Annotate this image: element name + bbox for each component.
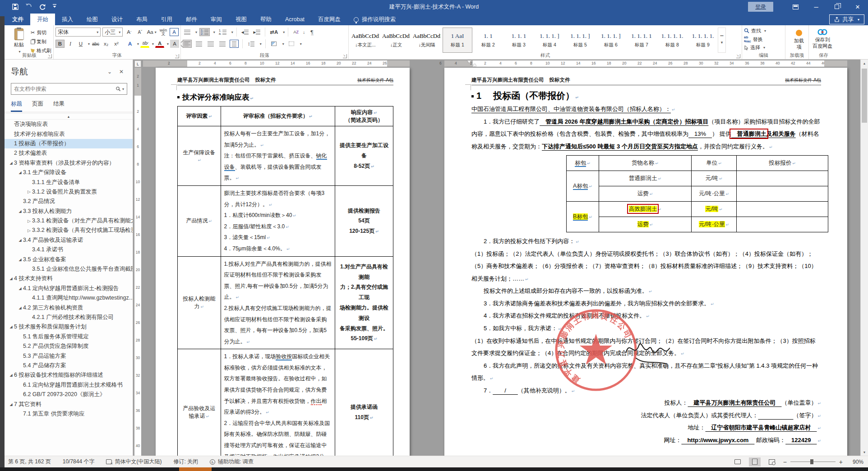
nav-tab-页面[interactable]: 页面: [32, 100, 43, 112]
search-icon[interactable]: [115, 86, 121, 92]
tab-引用[interactable]: 引用: [154, 14, 179, 25]
chevron-down-icon[interactable]: ▾: [231, 30, 233, 34]
line-spacing-button[interactable]: ↕: [246, 40, 256, 48]
evaluation-table[interactable]: 评审因素↵评审标准（招标文件要求）↵响应内容↵（简述及页码）生产保障设备↵投标人…: [177, 106, 393, 456]
tab-百度网盘[interactable]: 百度网盘: [311, 14, 347, 25]
left-indent-marker[interactable]: [473, 64, 476, 66]
strikethrough-button[interactable]: abc: [91, 40, 100, 48]
tab-Acrobat[interactable]: Acrobat: [278, 14, 311, 25]
expand-triangle-icon[interactable]: ▷: [26, 228, 32, 233]
phonetic-guide-button[interactable]: wén文: [159, 28, 168, 36]
tab-绘图[interactable]: 绘图: [80, 14, 105, 25]
nav-heading-item[interactable]: 6.2 GB/T 20973-2020《膨润土》: [5, 390, 133, 399]
decrease-indent-button[interactable]: ◂: [240, 28, 250, 36]
style-item[interactable]: 1. 1. 1. 1标题 7: [627, 28, 656, 53]
select-button[interactable]: 选择▾: [744, 43, 783, 52]
text-effects-button[interactable]: A: [125, 40, 134, 48]
nav-heading-item[interactable]: 5.4 产品储存方案: [5, 361, 133, 370]
nav-search-box[interactable]: ▾: [11, 83, 127, 95]
style-item[interactable]: AaBbCcDdE↓无间隔: [412, 28, 442, 53]
style-item[interactable]: 1. 1. 1. ]标题 5: [565, 28, 595, 53]
chevron-down-icon[interactable]: ▾: [300, 42, 302, 46]
nav-heading-item[interactable]: 3.4.1 承诺书: [5, 245, 133, 254]
customize-qat-icon[interactable]: [52, 3, 60, 10]
save-icon[interactable]: [12, 3, 19, 10]
tab-开始[interactable]: 开始: [30, 14, 55, 25]
tab-视图[interactable]: 视图: [229, 14, 254, 25]
nav-heading-item[interactable]: ◢3.1 生产保障设备: [5, 168, 133, 177]
nav-heading-item[interactable]: ◢3.5 企业标准备案: [5, 254, 133, 264]
nav-heading-item[interactable]: ▷3.3.2 检测设备（具有交付或施工现场检测能...: [5, 226, 133, 235]
italic-button[interactable]: I: [66, 40, 75, 48]
tab-设计[interactable]: 设计: [105, 14, 129, 25]
style-item[interactable]: 1. 1. 1. ]标题 6: [596, 28, 626, 53]
nav-heading-item[interactable]: ◢3.4 产品验收及运输承诺: [5, 236, 133, 245]
collapse-triangle-icon[interactable]: ◢: [8, 161, 14, 165]
share-button[interactable]: 共享 ▾: [829, 14, 864, 24]
chevron-down-icon[interactable]: ▾: [152, 42, 154, 46]
chevron-down-icon[interactable]: ▾: [88, 42, 90, 46]
first-line-indent-marker[interactable]: [467, 60, 471, 63]
collapse-triangle-icon[interactable]: ◢: [17, 238, 23, 242]
grow-font-button[interactable]: Aˆ: [125, 28, 134, 36]
nav-heading-item[interactable]: 4.1.1 查询网址http://www.gzbwtestingz....: [5, 293, 133, 303]
undo-icon[interactable]: [25, 3, 32, 10]
nav-heading-item[interactable]: 4.2.1 广州必维技术检测有限公司: [5, 313, 133, 322]
show-marks-button[interactable]: ¶̲: [307, 28, 316, 36]
tab-审阅[interactable]: 审阅: [204, 14, 229, 25]
collapse-triangle-icon[interactable]: ◢: [8, 402, 14, 406]
borders-button[interactable]: [287, 40, 296, 48]
more-styles-button[interactable]: ▔▾: [718, 28, 726, 53]
tab-插入[interactable]: 插入: [55, 14, 80, 25]
change-case-button[interactable]: Aa▾: [146, 28, 157, 36]
subscript-button[interactable]: x₂: [102, 40, 111, 48]
nav-tab-结果[interactable]: 结果: [53, 100, 65, 112]
nav-heading-item[interactable]: 5.1 售后服务体系管理规定: [5, 332, 133, 342]
nav-heading-item[interactable]: 3.2 产品情况: [5, 197, 133, 206]
bid-price-table[interactable]: 标包↵货物名称↵单位↵投标报价↵A标包↵普通膨润土↵元/吨↵ 运费↵元/吨·公里…: [566, 155, 828, 232]
chevron-down-icon[interactable]: ▾: [283, 30, 285, 34]
zoom-track[interactable]: [790, 462, 836, 462]
nav-heading-item[interactable]: ▷3.1.2 设备照片及购置发票: [5, 187, 133, 197]
nav-heading-item[interactable]: 5.2 产品供货应急保障制度: [5, 342, 133, 351]
character-border-button[interactable]: A: [170, 28, 179, 36]
accessibility-checker[interactable]: ♿辅助功能: 调查: [210, 458, 254, 466]
nav-heading-item[interactable]: 2 技术偏差表: [5, 148, 133, 158]
increase-indent-button[interactable]: ▸: [252, 28, 262, 36]
highlight-button[interactable]: ab̷: [140, 40, 149, 48]
chevron-down-icon[interactable]: ▾: [260, 42, 262, 46]
copy-button[interactable]: 复制: [31, 37, 51, 46]
bold-button[interactable]: B: [55, 40, 65, 48]
style-item[interactable]: 1. 1. 1. ]标题 4: [535, 28, 564, 53]
horizontal-ruler[interactable]: 2246810121416182022242664224681012141618…: [133, 60, 860, 68]
restore-button[interactable]: [826, 0, 847, 14]
sign-in-button[interactable]: 登录: [748, 2, 773, 12]
nav-heading-item[interactable]: 7.1 第五章 供货要求响应: [5, 409, 133, 419]
superscript-button[interactable]: x²: [112, 40, 121, 48]
ribbon-display-options-button[interactable]: [785, 0, 806, 14]
nav-heading-item[interactable]: ▷3.3.1 检测设备（对生产产品具有检测能力）: [5, 216, 133, 226]
style-item[interactable]: AaBbCcDdE↓正文: [381, 28, 411, 53]
style-item[interactable]: 1. 1. 1. 1.标题 8: [657, 28, 687, 53]
distribute-button[interactable]: [230, 40, 239, 48]
chevron-down-icon[interactable]: ▾: [213, 30, 215, 34]
align-right-button[interactable]: [206, 40, 215, 48]
collapse-triangle-icon[interactable]: ◢: [17, 171, 23, 175]
scrollbar-thumb[interactable]: [862, 69, 867, 123]
clipboard-dialog-launcher[interactable]: ↘: [48, 54, 52, 58]
save-to-baidu-button[interactable]: 保存到 百度网盘: [811, 27, 834, 47]
expand-triangle-icon[interactable]: ▷: [26, 219, 32, 223]
zoom-in-button[interactable]: +: [839, 458, 843, 466]
nav-heading-item[interactable]: 技术评分标准响应表: [5, 129, 133, 139]
nav-heading-item[interactable]: 6.1 定向钻穿越用普通膨润土技术规格书: [5, 380, 133, 390]
search-input[interactable]: [14, 86, 115, 92]
nav-heading-item[interactable]: ◢7 其它资料: [5, 399, 133, 409]
numbering-button[interactable]: 1.2.: [199, 28, 210, 36]
multilevel-list-button[interactable]: 1.a.: [217, 28, 228, 36]
word-count[interactable]: 10/7844 个字: [63, 458, 95, 466]
minimize-button[interactable]: ─: [806, 0, 826, 14]
align-center-button[interactable]: [194, 40, 203, 48]
asian-layout-button[interactable]: ⇄A: [268, 28, 279, 36]
character-shading-button[interactable]: A: [170, 40, 179, 48]
scroll-up-arrow[interactable]: ▲: [861, 60, 868, 67]
